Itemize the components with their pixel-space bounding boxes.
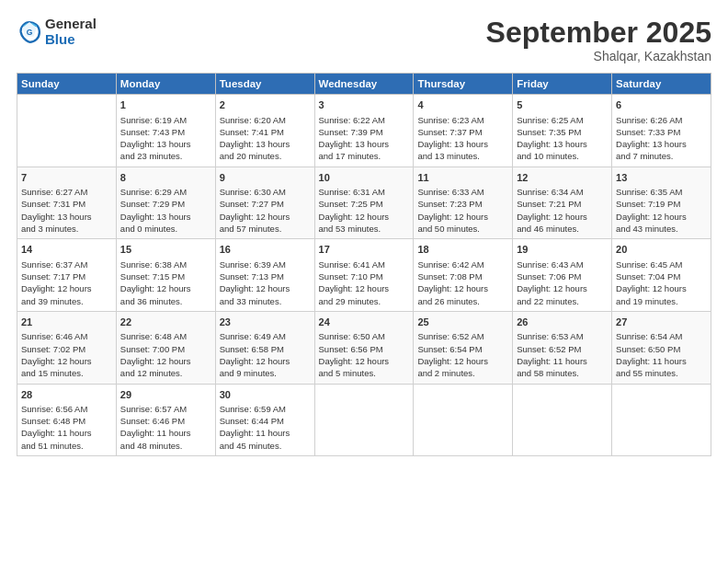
cell-info-line: and 33 minutes. — [220, 295, 311, 307]
calendar-cell — [414, 384, 513, 456]
cell-info-line: Daylight: 13 hours — [21, 211, 112, 223]
calendar-cell: 1Sunrise: 6:19 AMSunset: 7:43 PMDaylight… — [116, 95, 215, 167]
calendar-cell: 16Sunrise: 6:39 AMSunset: 7:13 PMDayligh… — [215, 239, 314, 312]
cell-info-line: Sunrise: 6:57 AM — [120, 403, 211, 415]
svg-text:G: G — [27, 28, 33, 37]
calendar-cell: 10Sunrise: 6:31 AMSunset: 7:25 PMDayligh… — [314, 167, 414, 239]
date-number: 2 — [220, 98, 311, 112]
cell-info-line: Sunrise: 6:33 AM — [417, 186, 508, 198]
cell-info-line: Sunrise: 6:31 AM — [319, 186, 410, 198]
calendar-cell: 22Sunrise: 6:48 AMSunset: 7:00 PMDayligh… — [116, 311, 215, 384]
cell-info-line: Sunrise: 6:45 AM — [616, 259, 707, 270]
date-number: 9 — [220, 171, 311, 185]
day-header: Friday — [513, 74, 612, 95]
cell-info-line: Sunrise: 6:30 AM — [220, 186, 311, 198]
calendar-week-row: 21Sunrise: 6:46 AMSunset: 7:02 PMDayligh… — [17, 311, 711, 384]
calendar-header-row: SundayMondayTuesdayWednesdayThursdayFrid… — [17, 74, 711, 95]
cell-info-line: and 0 minutes. — [120, 223, 211, 235]
cell-info-line: Sunset: 6:48 PM — [21, 415, 112, 427]
cell-info-line: and 53 minutes. — [319, 223, 410, 235]
cell-info-line: Sunset: 7:04 PM — [616, 270, 707, 282]
cell-info-line: and 15 minutes. — [21, 367, 112, 379]
calendar-week-row: 7Sunrise: 6:27 AMSunset: 7:31 PMDaylight… — [17, 167, 711, 239]
date-number: 16 — [220, 243, 311, 257]
calendar-cell: 4Sunrise: 6:23 AMSunset: 7:37 PMDaylight… — [414, 95, 513, 167]
day-header: Tuesday — [215, 74, 314, 95]
cell-info-line: and 48 minutes. — [120, 440, 211, 452]
date-number: 1 — [120, 98, 211, 112]
cell-info-line: Sunrise: 6:56 AM — [21, 403, 112, 415]
logo-text: General Blue — [45, 17, 97, 47]
date-number: 5 — [517, 98, 608, 112]
calendar-table: SundayMondayTuesdayWednesdayThursdayFrid… — [17, 73, 711, 456]
cell-info-line: Sunrise: 6:41 AM — [319, 259, 410, 270]
cell-info-line: Sunset: 7:08 PM — [417, 270, 508, 282]
cell-info-line: Daylight: 12 hours — [319, 355, 410, 367]
calendar-cell: 21Sunrise: 6:46 AMSunset: 7:02 PMDayligh… — [17, 311, 117, 384]
cell-info-line: and 39 minutes. — [21, 295, 112, 307]
day-header: Sunday — [17, 74, 117, 95]
calendar-cell — [513, 384, 612, 456]
cell-info-line: Sunrise: 6:54 AM — [616, 330, 707, 342]
cell-info-line: Sunset: 7:25 PM — [319, 198, 410, 210]
cell-info-line: Sunset: 6:56 PM — [319, 343, 410, 355]
cell-info-line: Sunrise: 6:39 AM — [220, 259, 311, 270]
date-number: 20 — [616, 243, 707, 257]
date-number: 14 — [21, 243, 112, 257]
cell-info-line: Sunset: 7:21 PM — [517, 198, 608, 210]
logo: G General Blue — [17, 17, 97, 47]
month-title: September 2025 — [486, 17, 711, 49]
cell-info-line: Sunset: 7:02 PM — [21, 343, 112, 355]
calendar-cell: 20Sunrise: 6:45 AMSunset: 7:04 PMDayligh… — [612, 239, 711, 312]
date-number: 18 — [417, 243, 508, 257]
calendar-cell: 2Sunrise: 6:20 AMSunset: 7:41 PMDaylight… — [215, 95, 314, 167]
cell-info-line: and 19 minutes. — [616, 295, 707, 307]
date-number: 8 — [120, 171, 211, 185]
cell-info-line: and 50 minutes. — [417, 223, 508, 235]
calendar-cell: 14Sunrise: 6:37 AMSunset: 7:17 PMDayligh… — [17, 239, 117, 312]
date-number: 29 — [120, 388, 211, 402]
calendar-week-row: 28Sunrise: 6:56 AMSunset: 6:48 PMDayligh… — [17, 384, 711, 456]
header: G General Blue September 2025 Shalqar, K… — [17, 17, 711, 63]
date-number: 26 — [517, 316, 608, 329]
cell-info-line: and 20 minutes. — [220, 150, 311, 162]
cell-info-line: Daylight: 11 hours — [616, 355, 707, 367]
cell-info-line: and 5 minutes. — [319, 367, 410, 379]
cell-info-line: Daylight: 12 hours — [220, 355, 311, 367]
date-number: 15 — [120, 243, 211, 257]
cell-info-line: Daylight: 11 hours — [517, 355, 608, 367]
cell-info-line: and 26 minutes. — [417, 295, 508, 307]
calendar-cell: 9Sunrise: 6:30 AMSunset: 7:27 PMDaylight… — [215, 167, 314, 239]
cell-info-line: Daylight: 12 hours — [120, 282, 211, 294]
cell-info-line: and 3 minutes. — [21, 223, 112, 235]
cell-info-line: Sunrise: 6:29 AM — [120, 186, 211, 198]
cell-info-line: Sunset: 7:31 PM — [21, 198, 112, 210]
cell-info-line: Sunset: 7:29 PM — [120, 198, 211, 210]
cell-info-line: Sunrise: 6:52 AM — [417, 330, 508, 342]
cell-info-line: and 12 minutes. — [120, 367, 211, 379]
date-number: 25 — [417, 316, 508, 329]
cell-info-line: Sunset: 6:44 PM — [220, 415, 311, 427]
cell-info-line: Sunrise: 6:42 AM — [417, 259, 508, 270]
cell-info-line: Daylight: 13 hours — [220, 138, 311, 150]
cell-info-line: Sunrise: 6:35 AM — [616, 186, 707, 198]
calendar-cell: 19Sunrise: 6:43 AMSunset: 7:06 PMDayligh… — [513, 239, 612, 312]
cell-info-line: Daylight: 12 hours — [417, 355, 508, 367]
calendar-cell: 27Sunrise: 6:54 AMSunset: 6:50 PMDayligh… — [612, 311, 711, 384]
calendar-cell: 29Sunrise: 6:57 AMSunset: 6:46 PMDayligh… — [116, 384, 215, 456]
cell-info-line: and 9 minutes. — [220, 367, 311, 379]
cell-info-line: Sunset: 7:13 PM — [220, 270, 311, 282]
cell-info-line: Sunset: 7:37 PM — [417, 126, 508, 138]
day-header: Thursday — [414, 74, 513, 95]
cell-info-line: Sunset: 7:00 PM — [120, 343, 211, 355]
calendar-cell: 3Sunrise: 6:22 AMSunset: 7:39 PMDaylight… — [314, 95, 414, 167]
cell-info-line: and 23 minutes. — [120, 150, 211, 162]
cell-info-line: Daylight: 11 hours — [120, 427, 211, 439]
cell-info-line: Sunset: 7:15 PM — [120, 270, 211, 282]
cell-info-line: and 51 minutes. — [21, 440, 112, 452]
calendar-cell: 18Sunrise: 6:42 AMSunset: 7:08 PMDayligh… — [414, 239, 513, 312]
calendar-cell: 15Sunrise: 6:38 AMSunset: 7:15 PMDayligh… — [116, 239, 215, 312]
cell-info-line: Sunrise: 6:22 AM — [319, 114, 410, 126]
date-number: 24 — [319, 316, 410, 329]
cell-info-line: Sunrise: 6:59 AM — [220, 403, 311, 415]
